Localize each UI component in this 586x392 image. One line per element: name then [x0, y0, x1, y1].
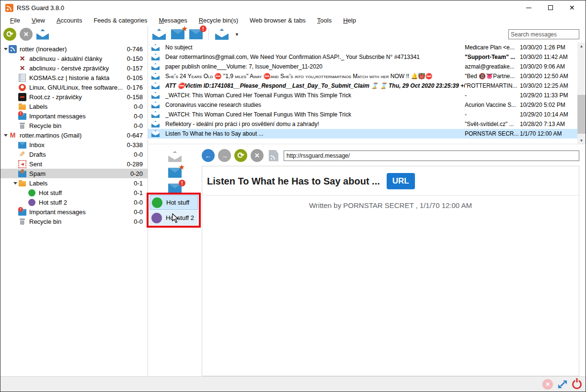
- inoreader-icon: [9, 45, 17, 53]
- url-bar[interactable]: [284, 150, 579, 161]
- message-row[interactable]: ATT ⛔Victim ID:1741081__Please_Respond__…: [148, 81, 577, 91]
- trash-icon: [18, 122, 26, 130]
- menu-accounts[interactable]: Accounts: [51, 16, 88, 25]
- message-row[interactable]: Coronavirus vaccine research studiesAcur…: [148, 100, 577, 110]
- abclinuxu-icon: [18, 55, 26, 63]
- fullscreen-icon[interactable]: [557, 379, 568, 390]
- feed-sent[interactable]: Sent0-289: [0, 159, 148, 169]
- purple-label-icon: [28, 198, 36, 207]
- right-column: No subjectMedicare Plan <e...10/30/20 1:…: [148, 43, 586, 376]
- url-button[interactable]: URL: [387, 173, 415, 189]
- message-row[interactable]: No subjectMedicare Plan <e...10/30/20 1:…: [148, 43, 577, 52]
- search-input[interactable]: [508, 29, 579, 39]
- feed-list: rotter (Inoreader)0-746 abclinuxu - aktu…: [0, 43, 148, 376]
- menu-messages[interactable]: Messages: [153, 16, 193, 25]
- message-preview: ★ ! ← → ⟳ ✕ Listen To What he Has to S: [148, 144, 586, 376]
- green-label-icon: [28, 189, 36, 197]
- feed-account-inoreader[interactable]: rotter (Inoreader)0-746: [0, 44, 148, 54]
- collapse-chevron-icon[interactable]: [4, 134, 8, 137]
- message-row[interactable]: She's 24 Years Old ⛔ "1,9 miles" Away ⛔a…: [148, 71, 577, 81]
- label-option-hot-stuff[interactable]: Hot stuff: [149, 195, 198, 210]
- star-badge: ★: [182, 25, 188, 32]
- feed-important-messages[interactable]: !Important messages0-0: [0, 111, 148, 121]
- dropdown-caret-icon[interactable]: ▼: [235, 32, 239, 37]
- scroll-up-icon[interactable]: ▲: [577, 43, 586, 49]
- menu-tools[interactable]: Tools: [311, 16, 337, 25]
- open-mail-icon[interactable]: [36, 29, 49, 40]
- mail-star-icon[interactable]: ★: [168, 168, 182, 178]
- feed-labels-folder[interactable]: Labels0-1: [0, 178, 148, 188]
- message-row[interactable]: _WATCH: This Woman Cured Her Toenail Fun…: [148, 91, 577, 100]
- menu-recycle-bins[interactable]: Recycle bin(s): [193, 16, 244, 25]
- mouse-cursor-icon: [172, 213, 179, 223]
- feed-label-hot-stuff[interactable]: Hot stuff0-1: [0, 188, 148, 197]
- body-area: rotter (Inoreader)0-746 abclinuxu - aktu…: [0, 43, 586, 376]
- back-icon[interactable]: ←: [202, 149, 215, 162]
- feed-important-messages[interactable]: !Important messages0-0: [0, 207, 148, 217]
- folder-icon: [18, 103, 26, 111]
- refresh-feeds-icon[interactable]: ⟳: [3, 28, 16, 41]
- feed-recycle-bin[interactable]: Recycle bin0-0: [0, 121, 148, 130]
- menu-feeds-categories[interactable]: Feeds & categories: [88, 16, 153, 25]
- scrollbar-thumb[interactable]: [577, 95, 586, 134]
- rss-feed-icon: [269, 150, 278, 161]
- feed-item[interactable]: abclinuxu - aktuální články0-150: [0, 54, 148, 63]
- mail-important-icon: !: [18, 208, 26, 216]
- feed-item[interactable]: KOSMAS.cz | historie a fakta0-105: [0, 73, 148, 82]
- close-button[interactable]: ✕: [561, 0, 583, 15]
- rootcz-icon: [18, 93, 26, 101]
- cancel-update-icon[interactable]: ✕: [20, 28, 33, 41]
- feed-item[interactable]: abclinuxu - čerstvé zprávičky0-157: [0, 63, 148, 73]
- drafts-pencil-icon: [18, 150, 26, 159]
- mark-unread-icon[interactable]: [168, 151, 182, 162]
- unread-mail-icon: [151, 54, 160, 60]
- trash-icon: [18, 218, 26, 226]
- unread-mail-icon: [151, 130, 160, 137]
- message-row[interactable]: _WATCH: This Woman Cured Her Toenail Fun…: [148, 110, 577, 119]
- feed-account-gmail[interactable]: rotter.martinos (Gmail)0-647: [0, 130, 148, 140]
- collapse-chevron-icon[interactable]: [13, 182, 17, 184]
- feed-recycle-bin[interactable]: Recycle bin0-0: [0, 217, 148, 226]
- mail-important-icon[interactable]: !: [189, 29, 203, 39]
- feed-labels-folder[interactable]: Labels0-0: [0, 102, 148, 111]
- close-disabled-icon: ✕: [542, 379, 553, 390]
- menu-web-browser-tabs[interactable]: Web browser & tabs: [244, 16, 311, 25]
- unread-mail-icon: [151, 73, 160, 80]
- menu-view[interactable]: View: [26, 16, 51, 25]
- feed-item[interactable]: Linux, GNU/Linux, free software...0-176: [0, 82, 148, 92]
- feed-label-hot-stuff-2[interactable]: Hot stuff 20-0: [0, 197, 148, 207]
- message-list-scrollbar[interactable]: ▲ ▼: [577, 43, 586, 144]
- message-row-selected[interactable]: Listen To What he Has to Say about ...PO…: [148, 129, 577, 138]
- mark-read-icon[interactable]: [152, 29, 166, 40]
- menubar: File View Accounts Feeds & categories Me…: [0, 15, 586, 26]
- forward-icon[interactable]: →: [218, 149, 231, 162]
- mail-important-icon[interactable]: !: [168, 184, 182, 194]
- gmail-icon: [9, 131, 17, 139]
- feed-inbox[interactable]: Inbox0-338: [0, 140, 148, 150]
- abclinuxu-icon: [18, 64, 26, 72]
- mail-star-icon[interactable]: ★: [171, 29, 184, 39]
- power-icon[interactable]: [572, 380, 582, 389]
- stop-icon[interactable]: ✕: [251, 149, 264, 162]
- reddit-icon: [18, 83, 26, 92]
- reload-icon[interactable]: ⟳: [234, 149, 247, 162]
- unread-mail-icon: [151, 121, 160, 127]
- minimize-button[interactable]: [518, 0, 540, 15]
- message-row[interactable]: Dear rottermartinos@gmail.com, We Need Y…: [148, 52, 577, 62]
- maximize-button[interactable]: [540, 0, 561, 15]
- message-row[interactable]: Reflektory - ideální pro práci i pro osv…: [148, 119, 577, 129]
- toolbar-separator: [208, 29, 209, 40]
- scroll-down-icon[interactable]: ▼: [577, 137, 586, 144]
- window-title: RSS Guard 3.8.0: [17, 4, 64, 12]
- sent-icon: [18, 160, 26, 168]
- feed-item[interactable]: Root.cz - zprávičky0-158: [0, 92, 148, 102]
- menu-file[interactable]: File: [4, 16, 26, 25]
- feed-toolbar: ⟳ ✕: [0, 26, 148, 43]
- feed-spam-selected[interactable]: Spam0-20: [0, 169, 148, 178]
- statusbar: ✕: [0, 376, 586, 392]
- message-row[interactable]: paper publish online___Volume: 7, Issue_…: [148, 62, 577, 71]
- menu-help[interactable]: Help: [337, 16, 362, 25]
- collapse-chevron-icon[interactable]: [4, 48, 8, 50]
- feed-drafts[interactable]: Drafts0-0: [0, 150, 148, 159]
- open-mail-dropdown-icon[interactable]: [215, 29, 229, 40]
